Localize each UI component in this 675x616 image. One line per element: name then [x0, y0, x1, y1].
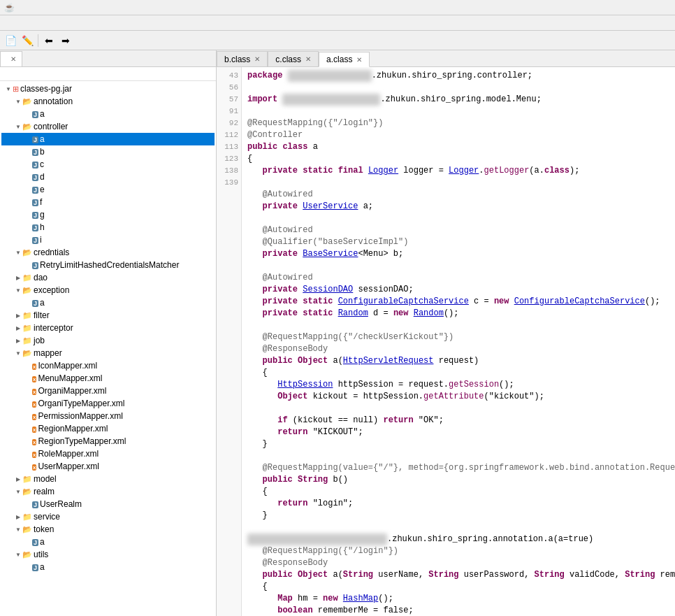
expand-icon[interactable]: ▼: [14, 250, 22, 256]
tree-node-a_ann[interactable]: Ja: [1, 108, 215, 120]
node-icon-jar: ⊞: [13, 85, 19, 94]
tree-node-controller[interactable]: ▼📂controller: [1, 120, 215, 133]
menu-file[interactable]: [0, 22, 11, 24]
tree-node-RegionMapper[interactable]: xRegionMapper.xml: [1, 422, 215, 435]
jar-tab[interactable]: ✕: [0, 51, 22, 66]
file-tree[interactable]: ▼⊞classes-pg.jar▼📂annotationJa▼📂controll…: [0, 81, 216, 616]
expand-icon[interactable]: ▶: [14, 313, 22, 319]
expand-icon[interactable]: ▼: [14, 350, 22, 357]
toolbar-back-btn[interactable]: ⬅: [41, 33, 57, 48]
tab-close[interactable]: ✕: [356, 56, 362, 64]
node-label: credntials: [34, 248, 69, 257]
node-label: MenuMapper.xml: [38, 373, 102, 383]
tree-node-exception[interactable]: ▼📂exception: [1, 284, 215, 296]
expand-icon[interactable]: ▼: [14, 527, 22, 533]
code-tab-b_class[interactable]: b.class✕: [217, 51, 268, 66]
code-line: @RequestMapping(value={"/"}, method={org…: [247, 462, 675, 474]
expand-icon[interactable]: ▶: [14, 275, 22, 281]
node-label: a: [40, 537, 45, 547]
code-line: [247, 403, 675, 415]
tree-node-IconMapper[interactable]: xIconMapper.xml: [1, 359, 215, 372]
code-line: package .zhukun.shiro_spring.controller;: [247, 70, 675, 82]
tree-node-a_utils[interactable]: Ja: [1, 561, 215, 573]
code-line: HttpSession httpSession = request.getSes…: [247, 379, 675, 391]
app-icon: ☕: [4, 3, 15, 13]
tree-node-h_ctrl[interactable]: Jh: [1, 221, 215, 234]
tree-node-job[interactable]: ▶📁job: [1, 334, 215, 347]
code-line: public class a: [247, 141, 675, 153]
menu-navigate[interactable]: [22, 22, 34, 24]
toolbar-forward-btn[interactable]: ➡: [58, 33, 73, 48]
menu-help[interactable]: [45, 22, 56, 24]
expand-icon[interactable]: ▶: [14, 476, 22, 482]
tree-node-OrganiTypeMapper[interactable]: xOrganiTypeMapper.xml: [1, 397, 215, 410]
tree-node-OrganiMapper[interactable]: xOrganiMapper.xml: [1, 385, 215, 397]
tree-node-c_ctrl[interactable]: Jc: [1, 158, 215, 171]
code-line: [247, 82, 675, 94]
code-line: @Autowired: [247, 224, 675, 236]
toolbar-edit-btn[interactable]: ✏️: [20, 33, 35, 48]
expand-icon[interactable]: ▼: [4, 86, 13, 92]
tree-node-RoleMapper[interactable]: xRoleMapper.xml: [1, 447, 215, 460]
tree-node-f_ctrl[interactable]: Jf: [1, 196, 215, 208]
tree-node-root[interactable]: ▼⊞classes-pg.jar: [1, 83, 215, 95]
node-label: RoleMapper.xml: [38, 449, 99, 459]
node-icon-java: J: [32, 261, 38, 269]
node-label: RegionTypeMapper.xml: [38, 436, 126, 446]
line-number: 57: [219, 94, 238, 106]
expand-icon[interactable]: ▼: [14, 99, 22, 105]
tree-node-token[interactable]: ▼📂token: [1, 523, 215, 536]
tree-node-MenuMapper[interactable]: xMenuMapper.xml: [1, 372, 215, 385]
code-line: .zhukun.shiro_spring.annotation.a(a=true…: [247, 533, 675, 545]
tree-node-d_ctrl[interactable]: Jd: [1, 171, 215, 183]
tree-node-utils[interactable]: ▼📂utils: [1, 548, 215, 561]
expand-icon[interactable]: ▶: [14, 325, 22, 331]
tree-node-dao[interactable]: ▶📁dao: [1, 271, 215, 284]
tree-node-interceptor[interactable]: ▶📁interceptor: [1, 322, 215, 334]
tree-node-retry[interactable]: JRetryLimitHashedCredentialsMatcher: [1, 259, 215, 271]
menu-edit[interactable]: [11, 22, 22, 24]
menu-search[interactable]: [34, 22, 45, 24]
line-number: 91: [219, 106, 238, 117]
tree-node-service[interactable]: ▶📁service: [1, 510, 215, 523]
tree-node-b_ctrl[interactable]: Jb: [1, 145, 215, 158]
expand-icon[interactable]: ▼: [14, 552, 22, 558]
code-tab-c_class[interactable]: c.class✕: [268, 51, 319, 66]
tree-node-model[interactable]: ▶📁model: [1, 473, 215, 485]
node-icon-java: J: [32, 185, 38, 194]
tree-node-UserRealm[interactable]: JUserRealm: [1, 498, 215, 510]
tree-node-a_ctrl[interactable]: Ja: [1, 133, 215, 145]
tree-node-filter[interactable]: ▶📁filter: [1, 309, 215, 322]
code-line: @Qualifier("baseServiceImpl"): [247, 236, 675, 248]
tree-node-UserMapper[interactable]: xUserMapper.xml: [1, 460, 215, 473]
node-label: RetryLimitHashedCredentialsMatcher: [40, 260, 179, 270]
code-tab-a_class[interactable]: a.class✕: [319, 52, 370, 67]
expand-icon[interactable]: ▼: [14, 124, 22, 130]
node-icon-folder: 📁: [22, 336, 32, 345]
tree-node-annotation[interactable]: ▼📂annotation: [1, 95, 215, 108]
tree-node-a_exc[interactable]: Ja: [1, 296, 215, 309]
tree-node-a_token[interactable]: Ja: [1, 536, 215, 548]
tree-node-mapper[interactable]: ▼📂mapper: [1, 347, 215, 359]
tree-node-RegionTypeMapper[interactable]: xRegionTypeMapper.xml: [1, 435, 215, 447]
toolbar-new-btn[interactable]: 📄: [3, 33, 18, 48]
tree-node-realm[interactable]: ▼📂realm: [1, 485, 215, 498]
code-editor[interactable]: 4356579192112113123138139 package .zhuku…: [217, 67, 675, 616]
tree-node-credntials[interactable]: ▼📂credntials: [1, 246, 215, 259]
tab-close[interactable]: ✕: [305, 55, 311, 63]
code-line: @RequestMapping({"/login"}): [247, 545, 675, 557]
package-path: [0, 67, 216, 81]
expand-icon[interactable]: ▶: [14, 514, 22, 520]
tree-node-PermissionMapper[interactable]: xPermissionMapper.xml: [1, 410, 215, 422]
tree-node-e_ctrl[interactable]: Je: [1, 183, 215, 196]
node-label: UserMapper.xml: [38, 461, 99, 471]
tab-close[interactable]: ✕: [254, 55, 260, 63]
tree-node-i_ctrl[interactable]: Ji: [1, 234, 215, 246]
expand-icon[interactable]: ▼: [14, 287, 22, 294]
code-line: }: [247, 438, 675, 450]
jar-tab-close[interactable]: ✕: [10, 55, 16, 63]
node-icon-folder: 📂: [22, 487, 32, 496]
tree-node-g_ctrl[interactable]: Jg: [1, 208, 215, 221]
expand-icon[interactable]: ▼: [14, 489, 22, 495]
expand-icon[interactable]: ▶: [14, 338, 22, 344]
